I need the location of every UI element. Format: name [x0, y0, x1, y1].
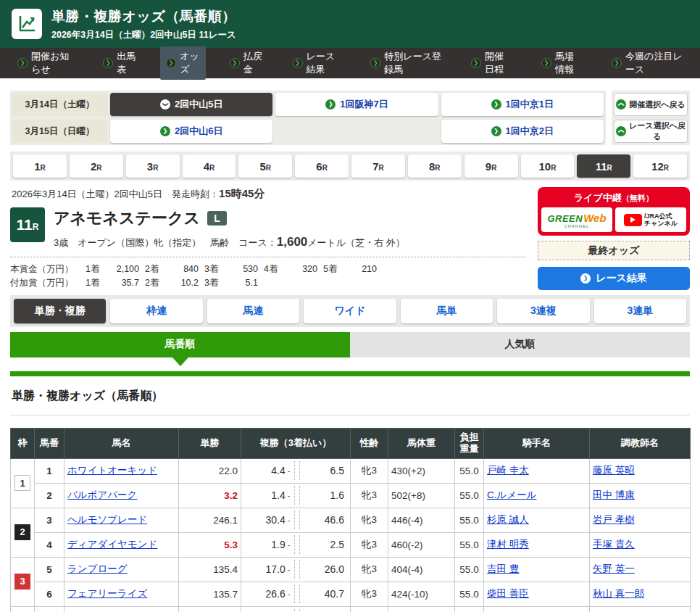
- trainer-link[interactable]: 岩戸 孝樹: [593, 514, 635, 525]
- race-conditions: 3歳 オープン（国際）牝（指定） 馬齢 コース：1,600メートル（芝・右 外）: [54, 235, 405, 249]
- trainer-link[interactable]: 藤原 英昭: [593, 465, 635, 476]
- prize-value: 210: [345, 262, 377, 276]
- race-tab[interactable]: 10R: [521, 154, 575, 178]
- prize-item: 2着840: [139, 262, 199, 276]
- umaban-cell: 4: [35, 532, 64, 557]
- fukusho-odds-cell: 30.4-46.6: [241, 508, 351, 532]
- meeting-button[interactable]: ❯1回阪神7日: [275, 93, 438, 116]
- grade-badge: L: [207, 211, 227, 226]
- trainer-link[interactable]: 矢野 英一: [593, 563, 635, 574]
- race-tab[interactable]: 9R: [464, 154, 518, 178]
- nav-item[interactable]: ❯オッズ: [160, 46, 206, 80]
- bet-type-tab[interactable]: ワイド: [304, 299, 396, 323]
- meeting-button[interactable]: ❯2回中山6日: [110, 120, 272, 143]
- race-date-text: 2026年3月14日（土曜）2回中山5日 発走時刻：: [12, 189, 219, 199]
- race-tab[interactable]: 8R: [408, 154, 462, 178]
- race-result-button[interactable]: ❯ レース結果: [538, 267, 690, 290]
- horse-name-cell: バルボアパーク: [64, 483, 179, 508]
- bet-type-tab[interactable]: 馬連: [207, 299, 299, 323]
- fukusho-max-odds: 46.6: [300, 514, 350, 526]
- trainer-link[interactable]: 手塚 貴久: [593, 539, 635, 550]
- race-tab[interactable]: 11R: [577, 154, 630, 178]
- chevron-up-circle-icon: ❯: [616, 99, 626, 109]
- back-button[interactable]: ❯レース選択へ戻る: [614, 120, 688, 143]
- prize-item: 5着210: [317, 262, 377, 276]
- race-title-line: アネモネステークス L: [54, 207, 405, 229]
- waku-badge: 1: [14, 475, 30, 491]
- bet-type-tab[interactable]: 単勝・複勝: [14, 299, 106, 323]
- race-tab[interactable]: 2R: [70, 154, 123, 178]
- bet-type-tab[interactable]: 枠連: [110, 299, 202, 323]
- sort-tab[interactable]: 人気順: [350, 332, 690, 357]
- race-tab[interactable]: 6R: [295, 154, 349, 178]
- horse-name-link[interactable]: ホワイトオーキッド: [67, 465, 157, 476]
- futan-weight-cell: 55.0: [455, 606, 484, 612]
- nav-item[interactable]: ❯出馬表: [97, 46, 142, 80]
- nav-item[interactable]: ❯馬場情報: [536, 46, 588, 80]
- live-button-row: GREENWeb CHANNEL /JRA公式 チャンネル: [541, 207, 686, 232]
- green-channel-web-button[interactable]: GREENWeb CHANNEL: [541, 207, 612, 232]
- nav-item[interactable]: ❯払戻金: [224, 46, 269, 80]
- horse-name-link[interactable]: ディアダイヤモンド: [67, 539, 157, 550]
- nav-item[interactable]: ❯開催日程: [465, 46, 517, 80]
- nav-item[interactable]: ❯今週の注目レース: [606, 46, 688, 80]
- futan-weight-cell: 55.0: [455, 557, 484, 582]
- sort-tab[interactable]: 馬番順: [10, 332, 350, 357]
- jockey-link[interactable]: C.ルメール: [487, 489, 536, 500]
- race-tab[interactable]: 12R: [633, 154, 687, 178]
- horse-weight-cell: 502(+8): [388, 483, 455, 508]
- prize-value: 5.1: [226, 276, 258, 290]
- chevron-down-circle-icon: ❯: [160, 99, 170, 109]
- back-button[interactable]: ❯開催選択へ戻る: [614, 93, 688, 116]
- horse-name-cell: ディアダイヤモンド: [64, 532, 179, 557]
- jockey-link[interactable]: 津村 明秀: [487, 539, 529, 550]
- umaban-cell: 7: [35, 606, 64, 612]
- nav-item[interactable]: ❯レース結果: [287, 46, 347, 80]
- horse-name-link[interactable]: ヘルモソブレード: [67, 514, 147, 525]
- nav-item-label: 特別レース登録馬: [384, 50, 441, 76]
- jockey-link[interactable]: 吉田 豊: [487, 563, 519, 574]
- race-tab-number: 5: [259, 160, 265, 173]
- bet-type-tab[interactable]: 馬単: [401, 299, 493, 323]
- race-tab-number: 10: [538, 160, 551, 173]
- chevron-right-circle-icon: ❯: [491, 126, 501, 136]
- trainer-link[interactable]: 田中 博康: [593, 489, 635, 500]
- meeting-button-label: 1回中京1日: [506, 98, 554, 111]
- prize-rank: 3着: [204, 262, 226, 276]
- bet-type-tab[interactable]: 3連単: [594, 299, 686, 323]
- header-text: 単勝・複勝オッズ（馬番順） 2026年3月14日（土曜）2回中山5日 11レース: [51, 7, 236, 41]
- race-tab[interactable]: 4R: [183, 154, 236, 178]
- date-label: 3月14日（土曜）: [12, 93, 107, 116]
- race-tab[interactable]: 5R: [238, 154, 292, 178]
- horse-name-link[interactable]: バルボアパーク: [67, 489, 137, 500]
- prize-rank: 4着: [264, 262, 286, 276]
- meeting-button[interactable]: ❯1回中京2日: [441, 120, 604, 143]
- fukusho-odds-cell: 17.0-26.0: [241, 557, 351, 582]
- dashed-divider: [294, 486, 295, 505]
- jockey-link[interactable]: 柴田 善臣: [487, 588, 529, 599]
- fukusho-min-odds: 1.4: [241, 489, 286, 501]
- nav-item[interactable]: ❯開催お知らせ: [12, 46, 79, 80]
- bet-type-tab[interactable]: 3連複: [497, 299, 589, 323]
- tansho-odds-cell: 246.1: [179, 508, 241, 532]
- date-label: 3月15日（日曜）: [12, 120, 107, 143]
- race-tab[interactable]: 3R: [126, 154, 180, 178]
- green-channel-logo-bottom: CHANNEL: [547, 224, 606, 228]
- jockey-cell: 津村 明秀: [484, 532, 590, 557]
- horse-name-link[interactable]: フェアリーライズ: [67, 588, 147, 599]
- meeting-button[interactable]: ❯1回中京1日: [441, 93, 604, 116]
- race-title: アネモネステークス: [54, 207, 200, 229]
- nav-item[interactable]: ❯特別レース登録馬: [364, 46, 447, 80]
- jra-youtube-button[interactable]: /JRA公式 チャンネル: [615, 207, 686, 232]
- jockey-link[interactable]: 戸崎 圭太: [487, 465, 529, 476]
- race-tab[interactable]: 1R: [13, 154, 67, 178]
- fukusho-min-odds: 30.4: [241, 514, 286, 526]
- meeting-button[interactable]: ❯2回中山5日: [110, 93, 272, 116]
- race-tab[interactable]: 7R: [351, 154, 405, 178]
- prize-value: 2,100: [107, 262, 139, 276]
- trainer-link[interactable]: 秋山 真一郎: [593, 588, 644, 599]
- meeting-button-label: 1回中京2日: [506, 125, 554, 138]
- horse-name-link[interactable]: ランプローグ: [67, 563, 128, 574]
- jockey-link[interactable]: 杉原 誠人: [487, 514, 529, 525]
- race-tab-suffix: R: [664, 164, 669, 172]
